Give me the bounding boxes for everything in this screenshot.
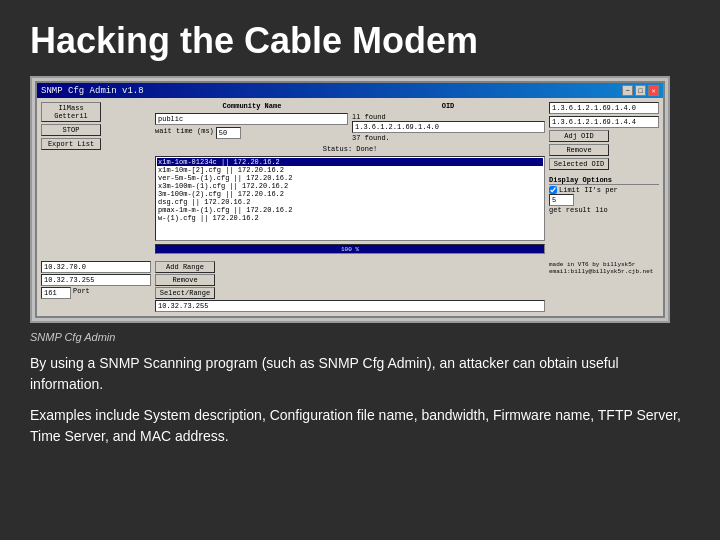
wait-label: wait time (ms): [155, 127, 214, 139]
snmp-center-panel: Community Name OID public wait time (ms)…: [155, 102, 545, 255]
display-options: Display Options Limit II's per 5 get res…: [549, 176, 659, 214]
results-listbox[interactable]: x1m-1om-01234c || 172.20.16.2 x1m-10m-[2…: [155, 156, 545, 241]
body-paragraph-2: Examples include System description, Con…: [30, 405, 690, 447]
adj-oid-button[interactable]: Adj OID: [549, 130, 609, 142]
list-item[interactable]: pmax-1m-m-(1).cfg || 172.20.16.2: [157, 206, 543, 214]
wait-input[interactable]: 50: [216, 127, 241, 139]
screenshot-wrapper: SNMP Cfg Admin v1.8 − □ ✕ IlMass Getteri…: [30, 76, 670, 323]
stop-button[interactable]: STOP: [41, 124, 101, 136]
wait-row: wait time (ms) 50: [155, 127, 348, 139]
remove-range-button[interactable]: Remove: [155, 274, 215, 286]
port-row: 161 Port: [41, 287, 151, 299]
list-item[interactable]: w-(1).cfg || 172.20.16.2: [157, 214, 543, 222]
port-input[interactable]: 161: [41, 287, 71, 299]
oid-col: ll found 1.3.6.1.2.1.69.1.4.0 37 found.: [352, 113, 545, 142]
page-title: Hacking the Cable Modem: [30, 20, 690, 62]
snmp-bottom-body: 10.32.70.0 10.32.73.255 161 Port Add Ran…: [37, 259, 663, 316]
found-row: ll found: [352, 113, 545, 121]
community-col: public wait time (ms) 50: [155, 113, 348, 142]
top-inputs: public wait time (ms) 50 ll found 1.3.6.…: [155, 113, 545, 142]
community-name-header: Community Name: [156, 102, 348, 110]
range-start-input[interactable]: 10.32.70.0: [41, 261, 151, 273]
snmp-titlebar: SNMP Cfg Admin v1.8 − □ ✕: [37, 83, 663, 98]
column-headers: Community Name OID: [155, 102, 545, 111]
progress-bar: 100 %: [155, 244, 545, 254]
mass-getter-button[interactable]: IlMass Getteril: [41, 102, 101, 122]
add-range-button[interactable]: Add Range: [155, 261, 215, 273]
list-item[interactable]: 3m-100m-(2).cfg || 172.20.16.2: [157, 190, 543, 198]
screenshot-caption: SNMP Cfg Admin: [30, 331, 690, 343]
limit-label: Limit II's per: [559, 186, 618, 194]
limit-checkbox[interactable]: [549, 186, 557, 194]
range-end-input[interactable]: 10.32.73.255: [41, 274, 151, 286]
found-label: ll found: [352, 113, 386, 121]
page-container: Hacking the Cable Modem SNMP Cfg Admin v…: [0, 0, 720, 540]
close-button[interactable]: ✕: [648, 85, 659, 96]
range-center: Add Range Remove Select/Range 10.32.73.2…: [155, 261, 545, 312]
range-left: 10.32.70.0 10.32.73.255 161 Port: [41, 261, 151, 299]
body-paragraph-1: By using a SNMP Scanning program (such a…: [30, 353, 690, 395]
select-range-button[interactable]: Select/Range: [155, 287, 215, 299]
list-item[interactable]: ver-5m-5m-(1).cfg || 172.20.16.2: [157, 174, 543, 182]
progress-fill: 100 %: [156, 245, 544, 253]
status-text: Status: Done!: [323, 145, 378, 153]
snmp-window: SNMP Cfg Admin v1.8 − □ ✕ IlMass Getteri…: [35, 81, 665, 318]
oid-right-input2[interactable]: 1.3.6.1.2.1.69.1.4.4: [549, 116, 659, 128]
community-input[interactable]: public: [155, 113, 348, 125]
credit-text: made in VT6 by billysk5r email:billy@bil…: [549, 261, 659, 275]
limit-row: Limit II's per: [549, 186, 659, 194]
maximize-button[interactable]: □: [635, 85, 646, 96]
oid-header: OID: [352, 102, 544, 110]
display-options-label: Display Options: [549, 176, 659, 185]
get-result-label: get result lio: [549, 206, 659, 214]
status-label: Status: Done!: [155, 144, 545, 154]
snmp-left-panel: IlMass Getteril STOP Export List: [41, 102, 151, 255]
snmp-titlebar-buttons: − □ ✕: [622, 85, 659, 96]
snmp-window-title: SNMP Cfg Admin v1.8: [41, 86, 144, 96]
list-item[interactable]: x1m-1om-01234c || 172.20.16.2: [157, 158, 543, 166]
snmp-top-body: IlMass Getteril STOP Export List Communi…: [37, 98, 663, 259]
export-button[interactable]: Export List: [41, 138, 101, 150]
list-item[interactable]: x3m-100m-(1).cfg || 172.20.16.2: [157, 182, 543, 190]
selected-oid-button[interactable]: Selected OID: [549, 158, 609, 170]
limit-value-input[interactable]: 5: [549, 194, 574, 206]
remove-oid-button[interactable]: Remove: [549, 144, 609, 156]
oid-input1[interactable]: 1.3.6.1.2.1.69.1.4.0: [352, 121, 545, 133]
oid-right-input1[interactable]: 1.3.6.1.2.1.69.1.4.0: [549, 102, 659, 114]
found-count: 37 found.: [352, 134, 545, 142]
snmp-right-panel: 1.3.6.1.2.1.69.1.4.0 1.3.6.1.2.1.69.1.4.…: [549, 102, 659, 255]
port-label: Port: [73, 287, 90, 299]
range-display[interactable]: 10.32.73.255: [155, 300, 545, 312]
list-item[interactable]: x1m-10m-[2].cfg || 172.20.16.2: [157, 166, 543, 174]
list-item[interactable]: dsg.cfg || 172.20.16.2: [157, 198, 543, 206]
minimize-button[interactable]: −: [622, 85, 633, 96]
